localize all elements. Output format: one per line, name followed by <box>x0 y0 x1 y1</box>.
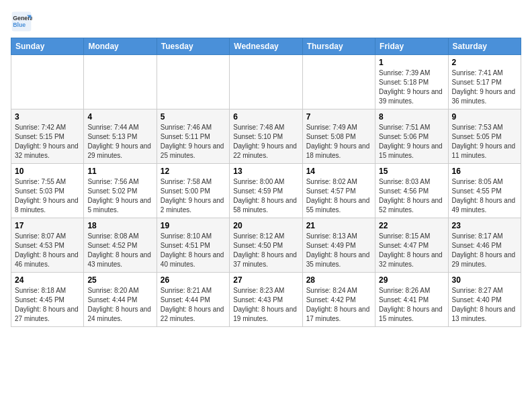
day-info: Sunrise: 8:05 AM Sunset: 4:55 PM Dayligh… <box>452 177 517 215</box>
day-number: 29 <box>379 275 444 285</box>
day-number: 28 <box>306 275 371 285</box>
calendar-cell: 10Sunrise: 7:55 AM Sunset: 5:03 PM Dayli… <box>11 164 84 218</box>
calendar-cell: 18Sunrise: 8:08 AM Sunset: 4:52 PM Dayli… <box>84 218 157 273</box>
svg-text:Blue: Blue <box>13 21 26 28</box>
calendar-week-row: 17Sunrise: 8:07 AM Sunset: 4:53 PM Dayli… <box>11 218 521 273</box>
calendar-week-row: 1Sunrise: 7:39 AM Sunset: 5:18 PM Daylig… <box>11 55 521 109</box>
calendar-cell: 16Sunrise: 8:05 AM Sunset: 4:55 PM Dayli… <box>448 164 521 218</box>
weekday-header: Tuesday <box>157 38 229 55</box>
day-info: Sunrise: 7:46 AM Sunset: 5:11 PM Dayligh… <box>161 123 226 161</box>
day-info: Sunrise: 7:39 AM Sunset: 5:18 PM Dayligh… <box>379 68 444 106</box>
day-info: Sunrise: 7:44 AM Sunset: 5:13 PM Dayligh… <box>87 123 152 161</box>
weekday-header: Saturday <box>448 38 521 55</box>
day-number: 25 <box>87 275 152 285</box>
calendar-cell: 22Sunrise: 8:15 AM Sunset: 4:47 PM Dayli… <box>375 218 448 273</box>
day-info: Sunrise: 8:10 AM Sunset: 4:51 PM Dayligh… <box>161 232 226 269</box>
calendar-cell: 5Sunrise: 7:46 AM Sunset: 5:11 PM Daylig… <box>157 109 229 164</box>
day-number: 12 <box>161 167 226 176</box>
day-number: 11 <box>87 167 152 176</box>
calendar-table: SundayMondayTuesdayWednesdayThursdayFrid… <box>11 38 521 327</box>
calendar-cell: 8Sunrise: 7:51 AM Sunset: 5:06 PM Daylig… <box>375 109 448 164</box>
day-info: Sunrise: 7:53 AM Sunset: 5:05 PM Dayligh… <box>452 123 517 161</box>
calendar-cell: 2Sunrise: 7:41 AM Sunset: 5:17 PM Daylig… <box>448 55 521 109</box>
day-info: Sunrise: 8:15 AM Sunset: 4:47 PM Dayligh… <box>379 232 444 269</box>
day-info: Sunrise: 8:18 AM Sunset: 4:45 PM Dayligh… <box>15 286 80 324</box>
logo: General Blue <box>11 11 35 32</box>
day-info: Sunrise: 8:02 AM Sunset: 4:57 PM Dayligh… <box>306 177 371 215</box>
day-number: 30 <box>452 275 517 285</box>
calendar-week-row: 24Sunrise: 8:18 AM Sunset: 4:45 PM Dayli… <box>11 273 521 327</box>
day-info: Sunrise: 8:17 AM Sunset: 4:46 PM Dayligh… <box>452 232 517 269</box>
weekday-header: Monday <box>84 38 157 55</box>
day-info: Sunrise: 8:26 AM Sunset: 4:41 PM Dayligh… <box>379 286 444 324</box>
day-info: Sunrise: 8:08 AM Sunset: 4:52 PM Dayligh… <box>87 232 152 269</box>
calendar-cell: 6Sunrise: 7:48 AM Sunset: 5:10 PM Daylig… <box>230 109 302 164</box>
day-number: 5 <box>161 112 226 122</box>
day-info: Sunrise: 8:12 AM Sunset: 4:50 PM Dayligh… <box>233 232 298 269</box>
day-info: Sunrise: 8:00 AM Sunset: 4:59 PM Dayligh… <box>233 177 298 215</box>
calendar-cell: 12Sunrise: 7:58 AM Sunset: 5:00 PM Dayli… <box>157 164 229 218</box>
calendar-cell: 28Sunrise: 8:24 AM Sunset: 4:42 PM Dayli… <box>302 273 375 327</box>
day-number: 10 <box>15 167 80 176</box>
calendar-week-row: 10Sunrise: 7:55 AM Sunset: 5:03 PM Dayli… <box>11 164 521 218</box>
day-info: Sunrise: 8:07 AM Sunset: 4:53 PM Dayligh… <box>15 232 80 269</box>
calendar-cell: 11Sunrise: 7:56 AM Sunset: 5:02 PM Dayli… <box>84 164 157 218</box>
calendar-cell: 13Sunrise: 8:00 AM Sunset: 4:59 PM Dayli… <box>230 164 302 218</box>
calendar-cell: 1Sunrise: 7:39 AM Sunset: 5:18 PM Daylig… <box>375 55 448 109</box>
day-info: Sunrise: 7:48 AM Sunset: 5:10 PM Dayligh… <box>233 123 298 161</box>
day-info: Sunrise: 7:42 AM Sunset: 5:15 PM Dayligh… <box>15 123 80 161</box>
calendar-cell <box>302 55 375 109</box>
day-number: 19 <box>161 221 226 230</box>
day-number: 6 <box>233 112 298 122</box>
weekday-header: Friday <box>375 38 448 55</box>
calendar-cell <box>157 55 229 109</box>
day-info: Sunrise: 8:23 AM Sunset: 4:43 PM Dayligh… <box>233 286 298 324</box>
day-number: 4 <box>87 112 152 122</box>
calendar-cell: 29Sunrise: 8:26 AM Sunset: 4:41 PM Dayli… <box>375 273 448 327</box>
calendar-cell: 21Sunrise: 8:13 AM Sunset: 4:49 PM Dayli… <box>302 218 375 273</box>
weekday-header: Thursday <box>302 38 375 55</box>
day-number: 9 <box>452 112 517 122</box>
calendar-cell: 30Sunrise: 8:27 AM Sunset: 4:40 PM Dayli… <box>448 273 521 327</box>
calendar-cell: 23Sunrise: 8:17 AM Sunset: 4:46 PM Dayli… <box>448 218 521 273</box>
day-info: Sunrise: 8:24 AM Sunset: 4:42 PM Dayligh… <box>306 286 371 324</box>
day-number: 22 <box>379 221 444 230</box>
day-number: 8 <box>379 112 444 122</box>
calendar-cell: 17Sunrise: 8:07 AM Sunset: 4:53 PM Dayli… <box>11 218 84 273</box>
day-number: 15 <box>379 167 444 176</box>
day-number: 2 <box>452 58 517 67</box>
day-number: 23 <box>452 221 517 230</box>
day-info: Sunrise: 7:55 AM Sunset: 5:03 PM Dayligh… <box>15 177 80 215</box>
calendar-cell: 7Sunrise: 7:49 AM Sunset: 5:08 PM Daylig… <box>302 109 375 164</box>
day-info: Sunrise: 7:41 AM Sunset: 5:17 PM Dayligh… <box>452 68 517 106</box>
day-info: Sunrise: 8:20 AM Sunset: 4:44 PM Dayligh… <box>87 286 152 324</box>
calendar-cell: 19Sunrise: 8:10 AM Sunset: 4:51 PM Dayli… <box>157 218 229 273</box>
day-number: 26 <box>161 275 226 285</box>
calendar-cell: 14Sunrise: 8:02 AM Sunset: 4:57 PM Dayli… <box>302 164 375 218</box>
day-info: Sunrise: 7:56 AM Sunset: 5:02 PM Dayligh… <box>87 177 152 215</box>
day-number: 27 <box>233 275 298 285</box>
calendar-cell: 20Sunrise: 8:12 AM Sunset: 4:50 PM Dayli… <box>230 218 302 273</box>
calendar-cell: 25Sunrise: 8:20 AM Sunset: 4:44 PM Dayli… <box>84 273 157 327</box>
day-number: 21 <box>306 221 371 230</box>
day-number: 17 <box>15 221 80 230</box>
day-info: Sunrise: 7:49 AM Sunset: 5:08 PM Dayligh… <box>306 123 371 161</box>
calendar-cell: 26Sunrise: 8:21 AM Sunset: 4:44 PM Dayli… <box>157 273 229 327</box>
calendar-cell: 4Sunrise: 7:44 AM Sunset: 5:13 PM Daylig… <box>84 109 157 164</box>
page-header: General Blue <box>11 11 521 32</box>
calendar-header-row: SundayMondayTuesdayWednesdayThursdayFrid… <box>11 38 521 55</box>
day-info: Sunrise: 7:51 AM Sunset: 5:06 PM Dayligh… <box>379 123 444 161</box>
weekday-header: Wednesday <box>230 38 302 55</box>
calendar-cell: 27Sunrise: 8:23 AM Sunset: 4:43 PM Dayli… <box>230 273 302 327</box>
calendar-cell <box>84 55 157 109</box>
day-info: Sunrise: 8:21 AM Sunset: 4:44 PM Dayligh… <box>161 286 226 324</box>
day-info: Sunrise: 8:27 AM Sunset: 4:40 PM Dayligh… <box>452 286 517 324</box>
day-number: 13 <box>233 167 298 176</box>
calendar-week-row: 3Sunrise: 7:42 AM Sunset: 5:15 PM Daylig… <box>11 109 521 164</box>
day-number: 14 <box>306 167 371 176</box>
day-info: Sunrise: 8:13 AM Sunset: 4:49 PM Dayligh… <box>306 232 371 269</box>
calendar-cell: 3Sunrise: 7:42 AM Sunset: 5:15 PM Daylig… <box>11 109 84 164</box>
calendar-cell: 24Sunrise: 8:18 AM Sunset: 4:45 PM Dayli… <box>11 273 84 327</box>
calendar-cell: 15Sunrise: 8:03 AM Sunset: 4:56 PM Dayli… <box>375 164 448 218</box>
day-number: 24 <box>15 275 80 285</box>
